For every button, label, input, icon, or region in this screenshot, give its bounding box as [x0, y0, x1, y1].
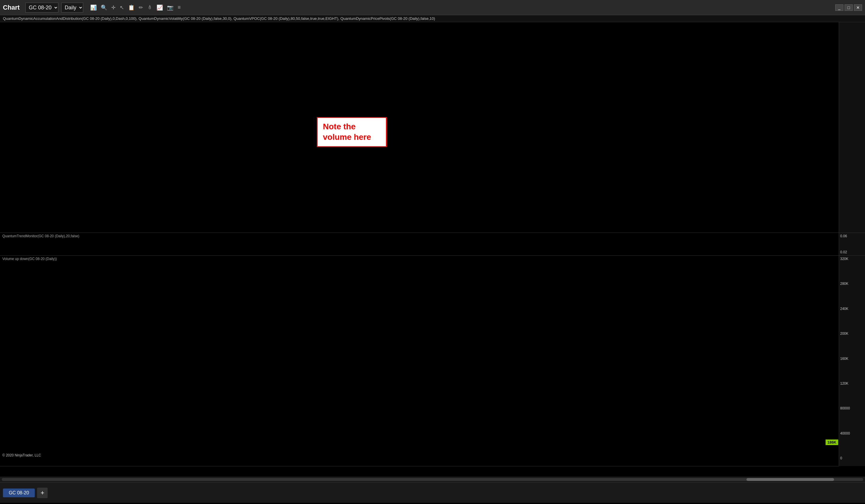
window-controls: _ □ ✕ [835, 4, 862, 11]
main-chart: Note thevolume here [0, 22, 839, 233]
trend-canvas [0, 233, 839, 255]
x-axis [0, 466, 839, 477]
crosshair-icon[interactable]: ✛ [110, 4, 117, 11]
trend-scale-low: 0.02 [840, 250, 864, 254]
list-icon[interactable]: ≡ [176, 4, 182, 11]
scrollbar-container[interactable] [0, 477, 865, 482]
trend-icon[interactable]: 📈 [155, 4, 164, 11]
timeframe-selector[interactable]: Daily [61, 3, 83, 13]
close-button[interactable]: ✕ [854, 4, 862, 11]
indicator-bar: QuantumDynamicAccumulationAndDistributio… [0, 15, 865, 22]
indicator-text: QuantumDynamicAccumulationAndDistributio… [3, 16, 435, 21]
price-canvas [839, 22, 865, 233]
draw-icon[interactable]: ✏ [138, 4, 144, 11]
scrollbar-thumb[interactable] [747, 478, 834, 481]
trend-scale-high: 0.06 [840, 234, 864, 238]
volume-canvas [0, 256, 839, 337]
cursor-icon[interactable]: ↖ [118, 4, 125, 11]
toolbar: 📊 🔍 ✛ ↖ 📋 ✏ 🕯 📈 📷 ≡ [89, 4, 182, 11]
trend-label: QuantumTrendMonitor(GC 08-20 (Daily),20,… [2, 234, 79, 238]
vol-scale-160k: 160K [840, 356, 864, 361]
tabbar: GC 08-20 + [0, 482, 865, 503]
price-scale [839, 22, 865, 233]
zoom-in-icon[interactable]: 🔍 [100, 4, 108, 11]
bar-chart-icon[interactable]: 📊 [89, 4, 98, 11]
volume-label: Volume up down(GC 08-20 (Daily)) [2, 257, 57, 261]
vol-scale-120k: 120K [840, 382, 864, 386]
note-annotation: Note thevolume here [317, 117, 387, 147]
vol-scale-40k: 40000 [840, 431, 864, 435]
trend-panel: QuantumTrendMonitor(GC 08-20 (Daily),20,… [0, 233, 865, 255]
vol-scale-280k: 280K [840, 282, 864, 286]
app-title: Chart [3, 4, 20, 11]
note-text: Note thevolume here [323, 122, 371, 142]
volume-highlight-label: 186K [826, 439, 838, 445]
camera-icon[interactable]: 📷 [166, 4, 175, 11]
vol-scale-0: 0 [840, 456, 864, 460]
maximize-button[interactable]: □ [844, 4, 853, 11]
x-axis-canvas [3, 466, 842, 477]
chart-tab[interactable]: GC 08-20 [3, 489, 35, 497]
vol-scale-240k: 240K [840, 307, 864, 311]
symbol-selector[interactable]: GC 08-20 [25, 3, 58, 13]
vol-scale-80k: 80000 [840, 406, 864, 410]
vol-scale-320k: 320K [840, 257, 864, 261]
chart-canvas[interactable] [0, 22, 839, 233]
add-tab-button[interactable]: + [37, 488, 48, 498]
minimize-button[interactable]: _ [835, 4, 843, 11]
candle-icon[interactable]: 🕯 [146, 4, 153, 11]
template-icon[interactable]: 📋 [127, 4, 136, 11]
title-bar: Chart GC 08-20 Daily 📊 🔍 ✛ ↖ 📋 ✏ 🕯 📈 📷 ≡… [0, 0, 865, 15]
vol-scale-200k: 200K [840, 331, 864, 336]
footer-text: © 2020 NinjaTrader, LLC [2, 453, 41, 457]
volume-panel: Volume up down(GC 08-20 (Daily)) © 2020 … [0, 255, 865, 466]
scrollbar-track[interactable] [2, 478, 863, 481]
